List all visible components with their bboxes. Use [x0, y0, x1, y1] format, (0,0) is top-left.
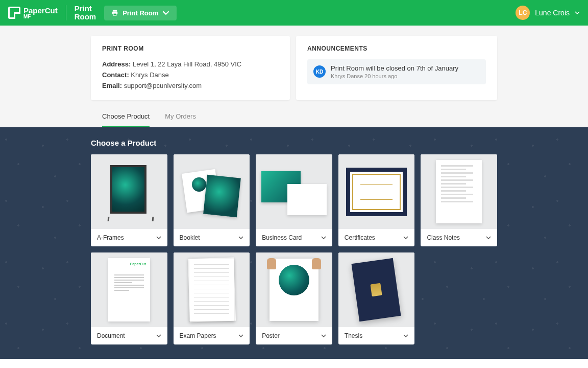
product-label-row: Business Card — [256, 229, 332, 246]
products-title: Choose a Product — [91, 139, 497, 147]
product-certificates[interactable]: Certificates — [338, 154, 415, 246]
chevron-down-icon — [162, 9, 169, 16]
brand-sub: MF — [23, 14, 58, 19]
print-room-card: PRINT ROOM Address: Level 1, 22 Laya Hil… — [91, 36, 290, 100]
header-left: PaperCut MF Print Room Print Room — [8, 5, 177, 21]
tab-my-orders[interactable]: My Orders — [165, 106, 196, 127]
room-card-title: PRINT ROOM — [102, 45, 279, 52]
product-label-row: Thesis — [338, 327, 415, 344]
product-thumbnail — [256, 154, 332, 229]
product-thumbnail — [174, 154, 250, 229]
brand-text: PaperCut MF — [23, 7, 58, 19]
announcements-title: ANNOUNCEMENTS — [307, 45, 486, 52]
product-name: Class Notes — [427, 234, 460, 241]
chevron-down-icon — [238, 235, 243, 240]
product-label-row: Exam Papers — [174, 327, 250, 344]
svg-rect-2 — [113, 13, 116, 15]
product-class-notes[interactable]: Class Notes — [421, 154, 497, 246]
product-exam-papers[interactable]: Exam Papers — [174, 252, 250, 344]
room-address: Address: Level 1, 22 Laya Hill Road, 495… — [102, 59, 279, 70]
product-thumbnail — [338, 154, 415, 229]
chevron-down-icon — [403, 333, 408, 338]
orders-section: My Orders Order Title Product Cost Last … — [0, 359, 588, 368]
product-booklet[interactable]: Booklet — [174, 154, 250, 246]
main-tabs: Choose Product My Orders — [91, 106, 497, 127]
product-name: Certificates — [345, 234, 375, 241]
chevron-down-icon — [403, 235, 408, 240]
product-thumbnail — [256, 252, 332, 327]
app-header: PaperCut MF Print Room Print Room LC Lun… — [0, 0, 588, 26]
product-label-row: Class Notes — [421, 229, 497, 246]
svg-rect-0 — [113, 10, 117, 12]
product-label-row: Certificates — [338, 229, 415, 246]
products-grid: A-Frames Booklet Business Card — [91, 154, 497, 344]
brand-name: PaperCut — [23, 7, 58, 14]
chevron-down-icon — [575, 10, 580, 15]
product-label-row: Poster — [256, 327, 332, 344]
product-business-card[interactable]: Business Card — [256, 154, 332, 246]
user-menu[interactable]: LC Lune Crois — [516, 6, 580, 20]
chevron-down-icon — [321, 235, 326, 240]
product-thumbnail — [421, 154, 497, 229]
products-section: Choose a Product A-Frames Booklet — [0, 127, 588, 359]
announcement-item[interactable]: KD Print Room will be closed on 7th of J… — [307, 59, 486, 84]
product-document[interactable]: PaperCut Document — [91, 252, 167, 344]
product-name: A-Frames — [97, 234, 124, 241]
product-thumbnail — [174, 252, 250, 327]
product-name: Document — [97, 332, 125, 339]
app-title: Print Room — [75, 5, 96, 21]
room-email: Email: support@pcuniversity.com — [102, 81, 279, 91]
announcement-text: Print Room will be closed on 7th of Janu… — [331, 64, 458, 72]
announcement-body: Print Room will be closed on 7th of Janu… — [331, 64, 458, 79]
product-thumbnail: PaperCut — [91, 252, 167, 327]
product-poster[interactable]: Poster — [256, 252, 332, 344]
chevron-down-icon — [238, 333, 243, 338]
printer-icon — [111, 9, 118, 16]
room-button-label: Print Room — [122, 9, 158, 17]
product-thumbnail — [338, 252, 415, 327]
papercut-icon — [8, 7, 20, 19]
product-label-row: Booklet — [174, 229, 250, 246]
product-thesis[interactable]: Thesis — [338, 252, 415, 344]
user-name: Lune Crois — [535, 9, 570, 17]
logo-divider — [66, 5, 66, 20]
announcement-meta: Khrys Danse 20 hours ago — [331, 73, 458, 79]
product-name: Booklet — [180, 234, 200, 241]
product-label-row: A-Frames — [91, 229, 167, 246]
brand-logo: PaperCut MF — [8, 7, 58, 19]
announcement-avatar: KD — [313, 65, 326, 78]
product-name: Poster — [262, 332, 280, 339]
tab-choose-product[interactable]: Choose Product — [102, 106, 150, 127]
chevron-down-icon — [156, 333, 161, 338]
product-name: Thesis — [345, 332, 362, 339]
product-name: Exam Papers — [180, 332, 216, 339]
chevron-down-icon — [156, 235, 161, 240]
print-room-selector[interactable]: Print Room — [104, 6, 177, 20]
user-avatar: LC — [516, 6, 530, 20]
product-label-row: Document — [91, 327, 167, 344]
product-a-frames[interactable]: A-Frames — [91, 154, 167, 246]
chevron-down-icon — [486, 235, 491, 240]
product-name: Business Card — [262, 234, 302, 241]
room-contact: Contact: Khrys Danse — [102, 70, 279, 81]
product-thumbnail — [91, 154, 167, 229]
announcements-card: ANNOUNCEMENTS KD Print Room will be clos… — [296, 36, 497, 100]
chevron-down-icon — [321, 333, 326, 338]
info-cards-row: PRINT ROOM Address: Level 1, 22 Laya Hil… — [91, 26, 497, 106]
